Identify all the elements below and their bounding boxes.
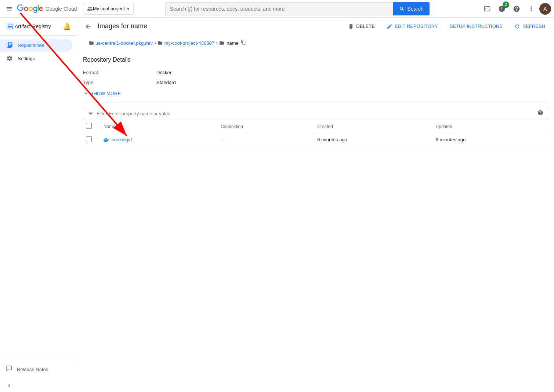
settings-icon bbox=[6, 55, 13, 62]
image-name: cookingv1 bbox=[112, 137, 133, 142]
page-body: us-central1-docker.pkg.dev › my-cool-pro… bbox=[77, 35, 554, 146]
header-actions: DELETE EDIT REPOSITORY SETUP INSTRUCTION… bbox=[345, 21, 548, 32]
th-connection: Connection bbox=[215, 120, 311, 133]
sort-asc-icon: ↑ bbox=[118, 124, 120, 129]
settings-label: Settings bbox=[18, 56, 35, 61]
more-options-button[interactable] bbox=[525, 2, 538, 15]
copy-icon[interactable] bbox=[241, 40, 246, 46]
th-name[interactable]: Name ↑ bbox=[98, 120, 215, 133]
search-button[interactable]: Search bbox=[393, 2, 429, 15]
breadcrumb-current-label: name bbox=[227, 40, 239, 46]
app-body: Artifact Registry 🔔 Repositories Settin bbox=[0, 18, 554, 392]
sidebar-service-name: Artifact Registry bbox=[15, 23, 51, 29]
th-checkbox bbox=[83, 120, 98, 133]
details-table: Format Docker Type Standard bbox=[83, 68, 548, 87]
table-header-row: Name ↑ Connection Created Updated bbox=[83, 120, 548, 133]
data-table: Name ↑ Connection Created Updated bbox=[83, 120, 548, 146]
created-value: 6 minutes ago bbox=[317, 137, 347, 142]
image-link[interactable]: cookingv1 bbox=[104, 137, 209, 143]
breadcrumb: us-central1-docker.pkg.dev › my-cool-pro… bbox=[83, 35, 548, 51]
th-updated: Updated bbox=[430, 120, 548, 133]
page-header: Images for name DELETE EDIT REPOSITORY S… bbox=[77, 18, 554, 35]
row-connection-cell: — bbox=[215, 133, 311, 146]
delete-icon bbox=[348, 23, 354, 29]
breadcrumb-sep-0: › bbox=[154, 40, 156, 46]
sidebar-bell-icon[interactable]: 🔔 bbox=[63, 22, 71, 30]
breadcrumb-label-1: my-cool-project-430507 bbox=[164, 40, 214, 46]
terminal-icon bbox=[484, 5, 491, 12]
sidebar: Artifact Registry 🔔 Repositories Settin bbox=[0, 18, 77, 392]
show-more-button[interactable]: SHOW MORE bbox=[83, 90, 548, 96]
edit-icon bbox=[387, 23, 392, 29]
help-icon bbox=[513, 5, 520, 12]
main-content: Images for name DELETE EDIT REPOSITORY S… bbox=[77, 18, 554, 392]
project-selector[interactable]: My cool project ▾ bbox=[83, 3, 134, 15]
search-input[interactable] bbox=[170, 6, 389, 12]
filter-label: Filter bbox=[97, 111, 107, 116]
filter-icon bbox=[88, 110, 94, 116]
artifact-registry-icon bbox=[6, 22, 15, 31]
back-button[interactable] bbox=[83, 21, 93, 32]
show-more-label: SHOW MORE bbox=[90, 91, 121, 96]
sidebar-nav: Repositories Settings bbox=[0, 36, 77, 359]
connection-col-label: Connection bbox=[221, 124, 243, 129]
row-updated-cell: 6 minutes ago bbox=[430, 133, 548, 146]
docker-icon bbox=[104, 137, 109, 143]
delete-label: DELETE bbox=[356, 23, 375, 29]
breadcrumb-item-0[interactable]: us-central1-docker.pkg.dev bbox=[89, 40, 153, 46]
select-all-checkbox[interactable] bbox=[86, 123, 92, 129]
filter-section: Filter bbox=[83, 107, 548, 120]
updated-col-label: Updated bbox=[436, 124, 452, 129]
breadcrumb-item-1[interactable]: my-cool-project-430507 bbox=[157, 40, 214, 46]
folder-icon-0 bbox=[89, 40, 94, 46]
edit-label: EDIT REPOSITORY bbox=[395, 23, 438, 29]
name-col-label: Name bbox=[104, 124, 115, 129]
nav-actions: 2 A bbox=[481, 2, 551, 15]
section-divider bbox=[83, 102, 548, 102]
google-cloud-logo: Google Cloud bbox=[17, 4, 77, 13]
refresh-icon bbox=[514, 23, 520, 29]
detail-label-format: Format bbox=[83, 68, 156, 77]
connection-value: — bbox=[221, 137, 225, 142]
search-input-wrap bbox=[165, 2, 394, 15]
sidebar-collapse[interactable] bbox=[0, 380, 77, 392]
search-container: Search bbox=[165, 2, 430, 15]
sidebar-item-settings[interactable]: Settings bbox=[0, 52, 72, 65]
chevron-down-icon bbox=[83, 90, 89, 96]
repositories-icon bbox=[6, 41, 13, 49]
notifications-container: 2 bbox=[495, 2, 508, 15]
sidebar-item-repositories[interactable]: Repositories bbox=[0, 39, 72, 52]
sidebar-bottom: Release Notes bbox=[0, 359, 77, 380]
project-name: My cool project bbox=[93, 6, 125, 11]
back-icon bbox=[84, 23, 92, 30]
breadcrumb-sep-1: › bbox=[216, 40, 218, 46]
folder-icon-1 bbox=[157, 40, 163, 46]
sidebar-service-header: Artifact Registry 🔔 bbox=[0, 18, 77, 36]
filter-help-icon[interactable] bbox=[537, 110, 543, 117]
row-checkbox-cell bbox=[83, 133, 98, 146]
row-checkbox[interactable] bbox=[86, 136, 92, 142]
menu-button[interactable] bbox=[3, 3, 15, 15]
breadcrumb-current: name bbox=[219, 40, 246, 46]
filter-bar: Filter bbox=[83, 107, 548, 120]
project-chevron: ▾ bbox=[127, 6, 130, 11]
updated-value: 6 minutes ago bbox=[436, 137, 466, 142]
row-name-cell: cookingv1 bbox=[98, 133, 215, 146]
sidebar-release-notes[interactable]: Release Notes bbox=[6, 362, 71, 377]
table-row: cookingv1 — 6 minutes ago 6 minutes ago bbox=[83, 133, 548, 146]
filter-input[interactable] bbox=[109, 111, 537, 116]
setup-instructions-button[interactable]: SETUP INSTRUCTIONS bbox=[447, 21, 506, 31]
cloud-shell-button[interactable] bbox=[481, 2, 494, 15]
avatar[interactable]: A bbox=[539, 3, 551, 15]
breadcrumb-label-0: us-central1-docker.pkg.dev bbox=[95, 40, 153, 46]
page-title: Images for name bbox=[98, 22, 345, 30]
delete-button[interactable]: DELETE bbox=[345, 21, 378, 32]
refresh-button[interactable]: REFRESH bbox=[511, 21, 548, 32]
help-button[interactable] bbox=[510, 2, 523, 15]
refresh-label: REFRESH bbox=[522, 23, 545, 29]
release-notes-label: Release Notes bbox=[17, 367, 48, 372]
th-created: Created bbox=[311, 120, 430, 133]
edit-repository-button[interactable]: EDIT REPOSITORY bbox=[384, 21, 441, 32]
detail-label-type: Type bbox=[83, 77, 156, 87]
cloud-text: Google Cloud bbox=[46, 6, 77, 12]
